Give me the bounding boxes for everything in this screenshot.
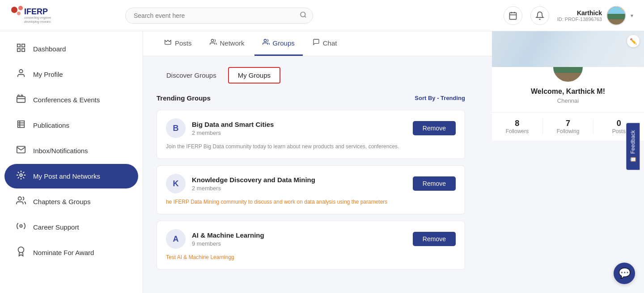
stat-following[interactable]: 7 Following <box>543 119 594 134</box>
svg-rect-17 <box>17 96 25 102</box>
svg-text:IFERP: IFERP <box>24 7 48 16</box>
posts-tab-icon <box>165 38 172 47</box>
publications-icon <box>15 119 27 131</box>
group-name-big-data: Big Data and Smart Cities <box>192 121 407 128</box>
sidebar-label-publications: Publications <box>33 121 69 129</box>
sidebar-item-publications[interactable]: Publications <box>4 113 138 138</box>
group-avatar-b: B <box>166 118 186 138</box>
svg-rect-8 <box>509 13 516 19</box>
group-card-header: B Big Data and Smart Cities 2 members Re… <box>166 118 456 138</box>
bell-icon <box>535 11 544 20</box>
edit-profile-banner-button[interactable]: ✏️ <box>627 35 640 47</box>
profile-welcome-name: Welcome, Karthick M! <box>492 88 644 96</box>
svg-point-23 <box>18 197 21 200</box>
svg-point-27 <box>264 39 266 42</box>
tab-chat-label: Chat <box>323 39 337 47</box>
stat-followers[interactable]: 8 Followers <box>492 119 543 134</box>
tab-chat[interactable]: Chat <box>305 31 345 56</box>
group-members-big-data: 2 members <box>192 130 407 136</box>
group-card-ai: A AI & Machine Learning 9 members Remove… <box>157 221 465 270</box>
svg-point-2 <box>17 12 21 15</box>
group-name-ai: AI & Machine Learning <box>192 231 407 239</box>
dashboard-icon <box>15 43 27 55</box>
sidebar-item-chapters-groups[interactable]: Chapters & Groups <box>4 189 138 214</box>
content-area: Posts Network Groups <box>143 31 492 293</box>
avatar: 👑 <box>606 6 626 25</box>
sub-tab-my-groups[interactable]: My Groups <box>228 67 280 84</box>
chat-bubble-button[interactable]: 💬 <box>614 263 635 284</box>
sidebar-label-inbox: Inbox/Notifications <box>33 147 88 155</box>
logo-image: IFERP connecting engineers... developing… <box>11 4 47 27</box>
logo-svg: IFERP connecting engineers... developing… <box>11 4 51 27</box>
logo-area: IFERP connecting engineers... developing… <box>11 4 109 27</box>
sidebar-label-chapters-groups: Chapters & Groups <box>33 198 90 205</box>
group-avatar-k: K <box>166 174 186 193</box>
profile-icon <box>15 68 27 80</box>
svg-point-22 <box>20 174 22 176</box>
search-bar[interactable] <box>125 8 313 24</box>
tab-groups[interactable]: Groups <box>254 31 303 56</box>
profile-banner: ✏️ <box>492 31 644 67</box>
tab-network[interactable]: Network <box>202 31 253 56</box>
tab-groups-label: Groups <box>273 39 295 47</box>
chat-tab-icon <box>313 38 320 47</box>
sub-tab-discover-groups[interactable]: Discover Groups <box>157 67 226 84</box>
remove-button-knowledge[interactable]: Remove <box>413 176 456 191</box>
group-members-ai: 9 members <box>192 240 407 247</box>
sub-tabs: Discover Groups My Groups <box>157 67 465 84</box>
search-input[interactable] <box>125 8 313 24</box>
trending-header: Trending Groups Sort By - Trending <box>157 94 465 102</box>
sidebar-label-my-profile: My Profile <box>33 71 63 78</box>
search-icon-button[interactable] <box>300 11 307 20</box>
following-value: 7 <box>543 119 593 128</box>
svg-point-25 <box>18 247 24 253</box>
group-info-knowledge: Knowledge Discovery and Data Mining 2 me… <box>192 176 407 192</box>
group-card-knowledge: K Knowledge Discovery and Data Mining 2 … <box>157 165 465 214</box>
sidebar-item-my-post-networks[interactable]: My Post and Networks <box>4 164 138 188</box>
sidebar-item-dashboard[interactable]: Dashboard <box>4 37 138 61</box>
remove-button-big-data[interactable]: Remove <box>413 121 456 135</box>
sidebar-item-conferences[interactable]: Conferences & Events <box>4 88 138 112</box>
sort-by-value[interactable]: Trending <box>441 95 465 101</box>
sidebar-item-career-support[interactable]: Career Support <box>4 215 138 239</box>
svg-point-16 <box>19 70 22 73</box>
user-id: ID: PROF-13896763 <box>557 17 602 22</box>
nav-tabs-bar: Posts Network Groups <box>143 31 492 56</box>
remove-button-ai[interactable]: Remove <box>413 232 456 246</box>
profile-stats: 8 Followers 7 Following 0 Posts <box>492 112 644 141</box>
my-groups-label: My Groups <box>238 71 271 79</box>
header: IFERP connecting engineers... developing… <box>0 0 644 31</box>
svg-rect-15 <box>22 49 25 51</box>
career-icon <box>15 221 27 233</box>
sidebar-item-my-profile[interactable]: My Profile <box>4 62 138 87</box>
user-name: Karthick <box>557 9 602 17</box>
tab-posts-label: Posts <box>175 39 192 47</box>
header-icons: Karthick ID: PROF-13896763 👑 ▾ <box>504 6 633 25</box>
sort-by: Sort By - Trending <box>415 95 465 101</box>
svg-text:developing research: developing research <box>24 20 51 24</box>
sidebar-label-career-support: Career Support <box>33 223 79 231</box>
profile-card: ✏️ Welcome, Karthick M! Chennai 8 Follow… <box>492 31 644 141</box>
feedback-button[interactable]: 📋 Feedback <box>627 123 640 170</box>
sort-by-label: Sort By - <box>415 95 441 101</box>
sidebar-item-nominate-award[interactable]: Nominate For Award <box>4 240 138 265</box>
sidebar-item-inbox[interactable]: Inbox/Notifications <box>4 138 138 163</box>
user-info[interactable]: Karthick ID: PROF-13896763 👑 ▾ <box>557 6 633 25</box>
banner-gradient <box>492 31 644 67</box>
network-tab-icon <box>210 38 217 47</box>
conferences-icon <box>15 94 27 106</box>
svg-text:connecting engineers...: connecting engineers... <box>24 16 51 20</box>
notification-button[interactable] <box>530 6 549 25</box>
tab-posts[interactable]: Posts <box>157 31 200 56</box>
sidebar-label-conferences: Conferences & Events <box>33 96 100 104</box>
trending-title: Trending Groups <box>157 94 211 102</box>
calendar-icon <box>508 11 517 20</box>
group-name-knowledge: Knowledge Discovery and Data Mining <box>192 176 407 184</box>
award-icon <box>15 247 27 259</box>
feedback-icon: 📋 <box>630 156 636 163</box>
calendar-button[interactable] <box>504 6 522 25</box>
group-description-knowledge: he IFERP Data Mining community to discus… <box>166 198 456 206</box>
group-members-knowledge: 2 members <box>192 185 407 192</box>
followers-label: Followers <box>492 128 542 134</box>
svg-rect-14 <box>17 49 20 51</box>
